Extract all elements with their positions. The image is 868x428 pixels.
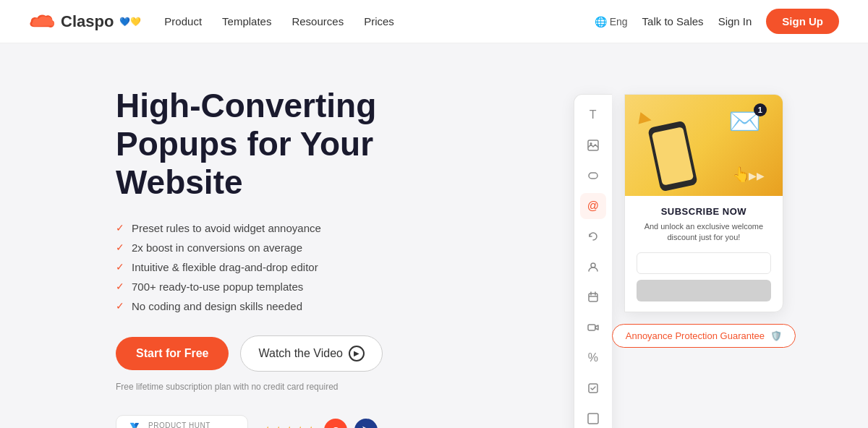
- check-icon: ✓: [116, 222, 124, 234]
- navbar: Claspo 💙💛 Product Templates Resources Pr…: [0, 0, 868, 43]
- tool-video[interactable]: [580, 314, 606, 341]
- popup-description: And unlock an exclusive welcome discount…: [637, 221, 771, 244]
- nav-templates[interactable]: Templates: [222, 15, 271, 27]
- check-icon: ✓: [116, 261, 124, 273]
- main-content: High-Converting Popups for Your Website …: [0, 43, 868, 428]
- popup-image: ✉️ 1 ▶ ▶▶ 👆: [625, 95, 783, 196]
- svg-rect-4: [589, 294, 597, 301]
- svg-point-3: [591, 263, 595, 268]
- medal-icon: 🏅: [127, 422, 142, 428]
- annoyance-pill[interactable]: Annoyance Protection Guarantee 🛡️: [612, 324, 796, 348]
- features-list: ✓ Preset rules to avoid widget annoyance…: [116, 222, 477, 312]
- tool-text[interactable]: T: [580, 102, 606, 128]
- language-selector[interactable]: 🌐 Eng: [595, 16, 628, 27]
- popup-body: SUBSCRIBE NOW And unlock an exclusive we…: [625, 196, 783, 312]
- tool-image[interactable]: [580, 132, 606, 158]
- start-free-button[interactable]: Start for Free: [116, 337, 229, 370]
- list-item: ✓ 700+ ready-to-use popup templates: [116, 281, 477, 293]
- globe-icon: 🌐: [595, 16, 607, 27]
- annoyance-badge: Annoyance Protection Guarantee 🛡️: [612, 324, 796, 348]
- nav-right: 🌐 Eng Talk to Sales Sign In Sign Up: [595, 9, 839, 34]
- g2-logo: G: [324, 419, 347, 428]
- logo[interactable]: Claspo 💙💛: [29, 12, 141, 31]
- tool-rotate[interactable]: [580, 223, 606, 249]
- rating-block: ★★★★★ G ➤: [263, 419, 378, 428]
- list-item: ✓ 2x boost in conversions on average: [116, 241, 477, 254]
- nav-links: Product Templates Resources Prices: [164, 15, 393, 27]
- talk-to-sales-link[interactable]: Talk to Sales: [642, 15, 704, 27]
- annoyance-label: Annoyance Protection Guarantee: [626, 330, 765, 341]
- svg-rect-7: [588, 325, 595, 330]
- tool-user[interactable]: [580, 254, 606, 280]
- nav-prices[interactable]: Prices: [364, 15, 394, 27]
- ph-label: PRODUCT HUNT: [148, 421, 237, 428]
- svg-rect-2: [589, 173, 597, 179]
- list-item: ✓ No coding and design skills needed: [116, 300, 477, 312]
- ukraine-flag-icon: 💙💛: [119, 17, 141, 27]
- sign-up-button[interactable]: Sign Up: [766, 9, 839, 34]
- popup-submit-button[interactable]: [637, 280, 771, 301]
- nav-product[interactable]: Product: [164, 15, 202, 27]
- check-icon: ✓: [116, 241, 124, 253]
- notification-badge: 1: [754, 103, 767, 116]
- check-icon: ✓: [116, 300, 124, 312]
- list-item: ✓ Preset rules to avoid widget annoyance: [116, 222, 477, 234]
- popup-email-input[interactable]: [637, 252, 771, 274]
- sign-in-link[interactable]: Sign In: [718, 15, 752, 27]
- hero-title: High-Converting Popups for Your Website: [116, 87, 477, 202]
- watch-video-button[interactable]: Watch the Video ▶: [240, 335, 383, 372]
- tool-calendar[interactable]: [580, 284, 606, 310]
- svg-rect-9: [588, 414, 598, 424]
- hero-left: High-Converting Popups for Your Website …: [116, 87, 477, 428]
- stars-icon: ★★★★★: [263, 424, 317, 428]
- popup-card: ✉️ 1 ▶ ▶▶ 👆: [624, 94, 783, 312]
- lang-label: Eng: [610, 16, 628, 27]
- list-item: ✓ Intuitive & flexible drag-and-drop edi…: [116, 261, 477, 273]
- cta-buttons: Start for Free Watch the Video ▶: [116, 335, 477, 372]
- logo-label: Claspo: [61, 12, 114, 31]
- tool-input-active[interactable]: @: [580, 193, 606, 219]
- capterra-logo: ➤: [354, 419, 378, 428]
- tool-shape[interactable]: [580, 163, 606, 189]
- nav-resources[interactable]: Resources: [292, 15, 344, 27]
- tool-percent[interactable]: %: [580, 345, 606, 371]
- tools-sidebar: T @ %: [574, 94, 612, 428]
- badges-row: 🏅 PRODUCT HUNT #1 Product of the Day ★★★…: [116, 415, 477, 428]
- product-hunt-badge: 🏅 PRODUCT HUNT #1 Product of the Day: [116, 415, 248, 428]
- play-icon: ▶: [349, 346, 365, 361]
- shield-icon: 🛡️: [770, 330, 782, 341]
- popup-subscribe-title: SUBSCRIBE NOW: [637, 206, 771, 217]
- check-icon: ✓: [116, 281, 124, 292]
- tool-checkbox[interactable]: [580, 375, 606, 401]
- free-note: Free lifetime subscription plan with no …: [116, 382, 477, 392]
- popup-preview-area: T @ %: [574, 94, 796, 428]
- tool-block[interactable]: [580, 406, 606, 428]
